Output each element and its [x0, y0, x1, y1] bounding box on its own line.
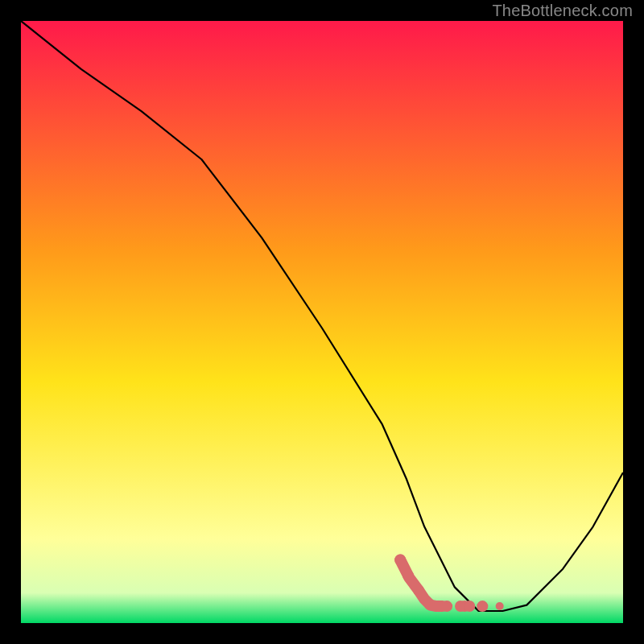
marker-dot [464, 601, 475, 612]
watermark-text: TheBottleneck.com [492, 2, 633, 20]
marker-dot [496, 602, 504, 610]
plot-area [21, 21, 623, 623]
chart-svg [21, 21, 623, 623]
chart-container: TheBottleneck.com [0, 0, 644, 644]
gradient-background [21, 21, 623, 623]
